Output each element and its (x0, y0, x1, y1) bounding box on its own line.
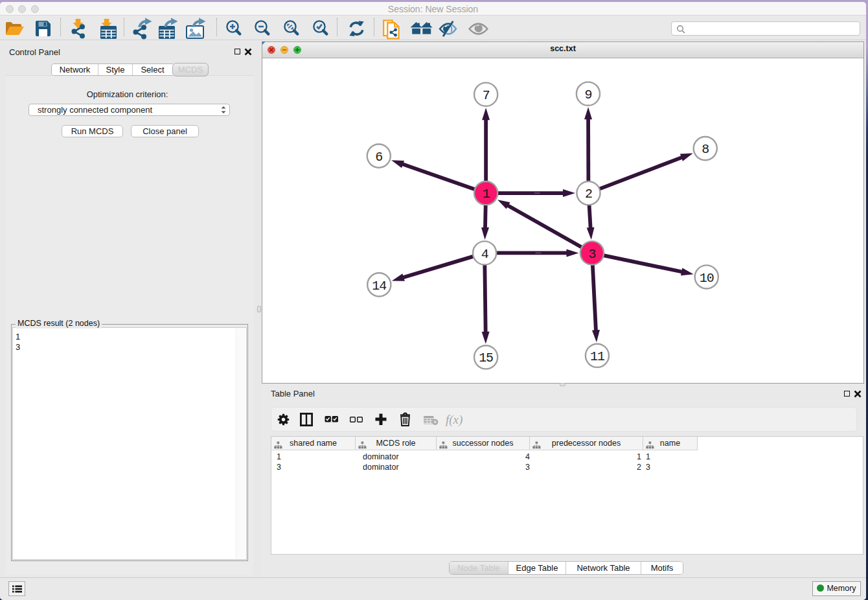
svg-text:14: 14 (372, 279, 386, 294)
svg-text:1: 1 (483, 187, 490, 202)
svg-text:2: 2 (585, 187, 592, 202)
svg-text:7: 7 (483, 88, 490, 103)
svg-text:9: 9 (584, 87, 591, 102)
svg-text:4: 4 (481, 247, 488, 262)
svg-text:15: 15 (479, 351, 493, 365)
svg-text:3: 3 (588, 247, 595, 262)
svg-text:6: 6 (375, 150, 382, 165)
svg-text:8: 8 (702, 142, 709, 157)
svg-text:10: 10 (700, 271, 714, 286)
svg-text:11: 11 (590, 349, 605, 364)
